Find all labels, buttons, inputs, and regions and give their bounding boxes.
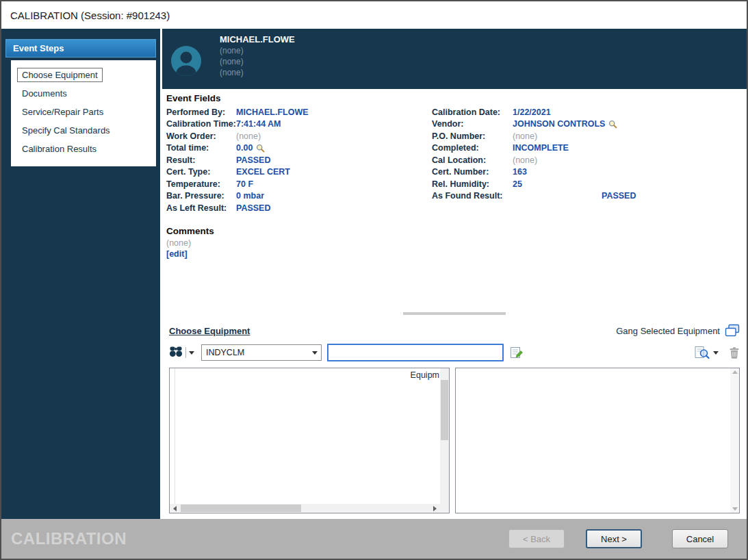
field-label: Performed By:: [166, 107, 236, 117]
choose-equipment-title: Choose Equipment: [169, 326, 250, 336]
footer-bar: CALIBRATION < Back Next > Cancel: [1, 519, 747, 559]
calibration-window: CALIBRATION (Session: #901243) Event Ste…: [0, 0, 748, 560]
lookup-icon[interactable]: [256, 144, 265, 153]
preview-dropdown-arrow-icon[interactable]: [713, 351, 719, 355]
horizontal-scrollbar[interactable]: [170, 504, 440, 513]
delete-equipment-icon[interactable]: [729, 346, 740, 359]
event-fields-right-column: Calibration Date: 1/22/2021 Vendor: JOHN…: [432, 106, 741, 214]
event-fields-section: Event Fields Performed By: MICHAEL.FLOWE…: [162, 89, 747, 310]
field-value: 1/22/2021: [513, 107, 551, 117]
scrollbar-thumb[interactable]: [181, 505, 301, 512]
field-label: Work Order:: [166, 131, 236, 141]
field-label: Total time:: [166, 143, 236, 153]
field-row: Result: PASSED: [166, 154, 432, 166]
selected-equipment-list[interactable]: [455, 368, 740, 513]
preview-equipment-icon[interactable]: [694, 346, 710, 359]
vertical-scrollbar[interactable]: [440, 368, 449, 504]
event-steps-list: Choose Equipment Documents Service/Repai…: [11, 60, 156, 166]
field-row: Calibration Time: 7:41:44 AM: [166, 118, 432, 131]
sidebar-item-choose-equipment[interactable]: Choose Equipment: [15, 66, 152, 84]
field-row: Rel. Humidity: 25: [432, 178, 741, 190]
next-button[interactable]: Next >: [586, 529, 642, 548]
wizard-buttons: < Back Next > Cancel: [508, 529, 728, 548]
scrollbar-corner: [440, 504, 449, 513]
main-panel: MICHAEL.FLOWE (none) (none) (none) Event…: [160, 29, 747, 519]
field-label: Cert. Number:: [432, 167, 513, 177]
equipment-toolbar: INDYCLM: [169, 343, 740, 362]
field-row: Total time: 0.00: [166, 142, 432, 155]
splitter[interactable]: [162, 310, 747, 318]
field-value: (none): [513, 131, 537, 141]
cancel-button[interactable]: Cancel: [672, 529, 728, 548]
gang-equipment-icon[interactable]: [725, 324, 740, 338]
find-split-button[interactable]: [169, 346, 194, 360]
user-detail-line: (none): [220, 56, 295, 67]
field-row: Cert. Number: 163: [432, 166, 741, 179]
title-bar: CALIBRATION (Session: #901243): [1, 1, 747, 29]
field-label: Completed:: [432, 143, 513, 153]
scroll-up-arrow-icon[interactable]: [732, 370, 738, 374]
sidebar-item-specify-cal-standards[interactable]: Specify Cal Standards: [15, 121, 152, 140]
sidebar-item-calibration-results[interactable]: Calibration Results: [15, 140, 152, 158]
column-divider: [175, 368, 175, 504]
equipment-list[interactable]: Equipm: [169, 368, 450, 513]
field-value: (none): [236, 131, 261, 141]
field-row: Work Order: (none): [166, 130, 432, 142]
footer-watermark: CALIBRATION: [11, 529, 127, 548]
sidebar: Event Steps Choose Equipment Documents S…: [1, 29, 160, 519]
user-info: MICHAEL.FLOWE (none) (none) (none): [220, 34, 295, 89]
field-row: Completed: INCOMPLETE: [432, 142, 741, 155]
vertical-scrollbar[interactable]: [730, 368, 739, 513]
window-body: Event Steps Choose Equipment Documents S…: [1, 29, 747, 519]
field-value: 0.00: [236, 143, 253, 153]
step-label: Service/Repair Parts: [17, 105, 108, 119]
field-label: Result:: [166, 155, 236, 165]
field-row: Calibration Date: 1/22/2021: [432, 106, 741, 118]
field-value: PASSED: [236, 155, 270, 165]
field-value: 70 F: [236, 179, 253, 189]
gang-selected-equipment: Gang Selected Equipment: [616, 324, 740, 338]
field-label: P.O. Number:: [432, 131, 513, 141]
field-label: Rel. Humidity:: [432, 179, 513, 189]
back-button: < Back: [508, 529, 565, 548]
user-detail-line: (none): [220, 45, 295, 56]
toolbar-separator: [185, 347, 186, 358]
choose-equipment-header: Choose Equipment Gang Selected Equipment: [169, 322, 740, 339]
field-row: Temperature: 70 F: [166, 178, 432, 190]
comments-edit-link[interactable]: [edit]: [166, 249, 741, 259]
field-label: As Found Result:: [432, 191, 513, 201]
field-value: 163: [513, 167, 527, 177]
step-label: Choose Equipment: [17, 68, 103, 82]
equipment-search-input[interactable]: [327, 344, 504, 361]
field-label: Vendor:: [432, 119, 513, 129]
field-label: Bar. Pressure:: [166, 191, 236, 201]
user-name: MICHAEL.FLOWE: [220, 34, 295, 45]
field-row: Vendor: JOHNSON CONTROLS: [432, 118, 741, 131]
scroll-right-arrow-icon[interactable]: [430, 504, 440, 513]
field-row: P.O. Number: (none): [432, 130, 741, 142]
field-row: Performed By: MICHAEL.FLOWE: [166, 106, 432, 118]
field-label: Cal Location:: [432, 155, 513, 165]
find-dropdown-arrow-icon[interactable]: [189, 351, 194, 355]
field-value: JOHNSON CONTROLS: [513, 119, 605, 129]
equipment-filter-combobox[interactable]: INDYCLM: [201, 344, 322, 361]
column-header-equipment[interactable]: Equipm: [411, 370, 439, 380]
lookup-icon[interactable]: [608, 120, 617, 129]
scrollbar-thumb[interactable]: [441, 380, 448, 440]
user-detail-line: (none): [220, 67, 295, 78]
edit-list-icon[interactable]: [510, 346, 524, 359]
gang-selected-equipment-label: Gang Selected Equipment: [616, 326, 720, 336]
user-banner: MICHAEL.FLOWE (none) (none) (none): [162, 29, 747, 89]
event-steps-header[interactable]: Event Steps: [5, 39, 156, 58]
field-row: Bar. Pressure: 0 mbar: [166, 190, 432, 203]
sidebar-item-documents[interactable]: Documents: [15, 84, 152, 103]
scroll-down-arrow-icon[interactable]: [732, 507, 738, 511]
field-row: As Left Result: PASSED: [166, 202, 432, 214]
sidebar-item-service-repair-parts[interactable]: Service/Repair Parts: [15, 103, 152, 121]
step-label: Specify Cal Standards: [17, 123, 115, 138]
splitter-grip[interactable]: [403, 312, 506, 315]
combobox-dropdown-arrow-icon[interactable]: [309, 345, 321, 360]
equipment-lists: Equipm: [169, 368, 740, 513]
scroll-left-arrow-icon[interactable]: [170, 504, 180, 513]
event-fields-title: Event Fields: [166, 93, 741, 103]
